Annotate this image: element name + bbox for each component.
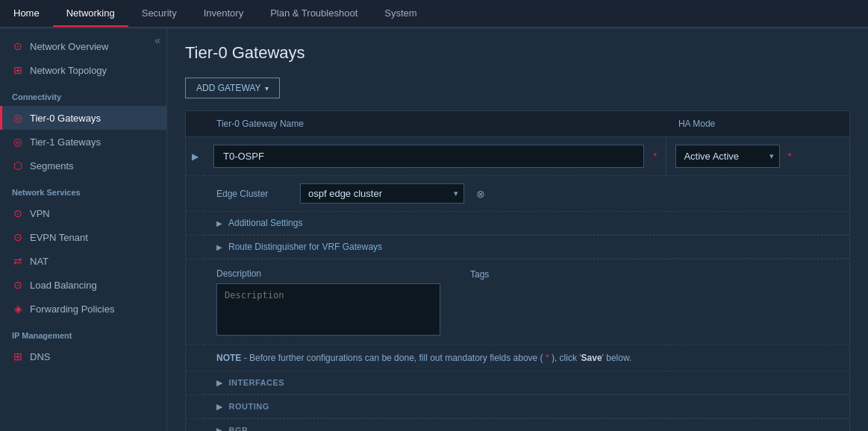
route-dist-spacer (186, 236, 205, 259)
sidebar-item-label: Forwarding Policies (30, 303, 114, 315)
edge-cluster-row: Edge Cluster ospf edge cluster ⊗ (186, 176, 850, 212)
routing-cell: ▶ ROUTING (204, 395, 850, 419)
additional-settings-label: Additional Settings (228, 218, 302, 228)
top-nav: Home Networking Security Inventory Plan … (0, 0, 868, 28)
sidebar-item-tier1[interactable]: ◎ Tier-1 Gateways (0, 130, 166, 154)
vpn-icon: ⊙ (12, 207, 24, 219)
interfaces-section[interactable]: ▶ INTERFACES (204, 371, 849, 394)
nav-item-inventory[interactable]: Inventory (190, 0, 257, 27)
note-spacer (186, 345, 205, 371)
note-cell: NOTE - Before further configurations can… (204, 345, 850, 371)
routing-section[interactable]: ▶ ROUTING (204, 395, 849, 418)
connectivity-section-label: Connectivity (0, 82, 166, 106)
add-gateway-button[interactable]: ADD GATEWAY ▾ (185, 78, 280, 98)
bgp-chevron-icon: ▶ (216, 427, 223, 432)
additional-settings-row: ▶ Additional Settings (186, 212, 850, 236)
interfaces-cell: ▶ INTERFACES (204, 371, 850, 395)
clear-edge-cluster-icon[interactable]: ⊗ (476, 188, 485, 200)
desc-tags-cell: Description Tags (204, 259, 850, 345)
nav-item-plan[interactable]: Plan & Troubleshoot (257, 0, 371, 27)
description-block: Description (216, 268, 440, 336)
nav-item-home[interactable]: Home (0, 0, 53, 27)
sidebar-item-tier0[interactable]: ◎ Tier-0 Gateways (0, 106, 166, 130)
tier1-icon: ◎ (12, 136, 24, 148)
edge-cluster-spacer (186, 176, 205, 212)
dropdown-arrow-icon: ▾ (265, 84, 269, 92)
additional-chevron-icon: ▶ (216, 219, 222, 227)
interfaces-label: INTERFACES (229, 378, 285, 387)
ha-mode-cell: Active Active Active Standby None * (666, 137, 850, 176)
route-dist-label: Route Distinguisher for VRF Gateways (228, 242, 382, 252)
sidebar-item-network-overview[interactable]: ⊙ Network Overview (0, 34, 166, 58)
routing-chevron-icon: ▶ (216, 403, 223, 411)
sidebar-item-label: Network Topology (30, 65, 107, 76)
sidebar-item-label: Tier-0 Gateways (30, 113, 101, 124)
sidebar-item-label: VPN (30, 208, 50, 219)
nat-icon: ⇄ (12, 255, 24, 267)
additional-settings-cell: ▶ Additional Settings (204, 212, 850, 236)
sidebar-item-forwarding-policies[interactable]: ◈ Forwarding Policies (0, 297, 166, 321)
gateway-name-cell: * (204, 137, 666, 176)
lb-icon: ⊙ (12, 279, 24, 291)
sidebar-item-label: Tier-1 Gateways (30, 136, 101, 148)
network-services-section-label: Network Services (0, 177, 166, 201)
sidebar-item-nat[interactable]: ⇄ NAT (0, 249, 166, 273)
sidebar-item-load-balancing[interactable]: ⊙ Load Balancing (0, 273, 166, 297)
interfaces-chevron-icon: ▶ (216, 379, 223, 387)
bgp-cell: ▶ BGP (204, 419, 850, 432)
sidebar-item-dns[interactable]: ⊞ DNS (0, 345, 166, 368)
edge-cluster-select[interactable]: ospf edge cluster (300, 183, 464, 204)
sidebar-item-evpn[interactable]: ⊙ EVPN Tenant (0, 225, 166, 249)
route-distinguisher-row: ▶ Route Distinguisher for VRF Gateways (186, 236, 850, 259)
row-expand-arrow[interactable]: ▶ (192, 151, 199, 162)
sidebar-item-label: Load Balancing (30, 280, 97, 291)
ip-mgmt-section-label: IP Management (0, 321, 166, 345)
page-title: Tier-0 Gateways (185, 43, 850, 63)
bgp-label: BGP (229, 426, 248, 431)
interfaces-section-row: ▶ INTERFACES (186, 371, 850, 395)
sidebar: « ⊙ Network Overview ⊞ Network Topology … (0, 28, 167, 431)
nav-item-security[interactable]: Security (128, 0, 190, 27)
network-overview-icon: ⊙ (12, 40, 24, 52)
sidebar-item-label: Segments (30, 160, 74, 172)
gateway-name-row: ▶ * Active Active Ac (186, 137, 850, 176)
bgp-section-row: ▶ BGP (186, 419, 850, 432)
additional-settings-expand[interactable]: ▶ Additional Settings (204, 212, 849, 235)
description-tags-row: Description Tags (186, 259, 850, 345)
note-text: NOTE - Before further configurations can… (216, 353, 631, 363)
interfaces-spacer (186, 371, 205, 395)
sidebar-item-label: DNS (30, 351, 50, 362)
gateway-name-input[interactable] (213, 145, 644, 168)
routing-spacer (186, 395, 205, 419)
name-required-star: * (653, 151, 657, 162)
sidebar-item-vpn[interactable]: ⊙ VPN (0, 201, 166, 225)
ha-mode-select[interactable]: Active Active Active Standby None (675, 145, 780, 168)
edge-cluster-cell: Edge Cluster ospf edge cluster ⊗ (204, 176, 850, 212)
sidebar-item-label: Network Overview (30, 41, 108, 52)
gateway-table: Tier-0 Gateway Name HA Mode ▶ * (185, 110, 850, 431)
nav-item-system[interactable]: System (371, 0, 430, 27)
ha-required-star: * (787, 151, 791, 162)
nav-item-networking[interactable]: Networking (53, 0, 128, 27)
segments-icon: ⬡ (12, 160, 24, 172)
note-row: NOTE - Before further configurations can… (186, 345, 850, 371)
additional-spacer (186, 212, 205, 236)
sidebar-item-label: NAT (30, 256, 49, 267)
routing-section-row: ▶ ROUTING (186, 395, 850, 419)
tags-block: Tags (470, 268, 489, 280)
sidebar-item-network-topology[interactable]: ⊞ Network Topology (0, 58, 166, 82)
sidebar-collapse-icon[interactable]: « (154, 34, 160, 46)
table-header: Tier-0 Gateway Name HA Mode (186, 111, 850, 137)
bgp-section[interactable]: ▶ BGP (204, 419, 849, 431)
route-dist-expand[interactable]: ▶ Route Distinguisher for VRF Gateways (204, 236, 849, 259)
description-textarea[interactable] (216, 283, 440, 336)
tier0-icon: ◎ (12, 112, 24, 124)
desc-spacer (186, 259, 205, 345)
sidebar-item-segments[interactable]: ⬡ Segments (0, 154, 166, 177)
dns-icon: ⊞ (12, 350, 24, 362)
edge-cluster-label: Edge Cluster (216, 189, 291, 199)
bgp-spacer (186, 419, 205, 432)
th-ha-mode: HA Mode (666, 111, 850, 137)
network-topology-icon: ⊞ (12, 64, 24, 76)
tags-label: Tags (470, 269, 489, 280)
